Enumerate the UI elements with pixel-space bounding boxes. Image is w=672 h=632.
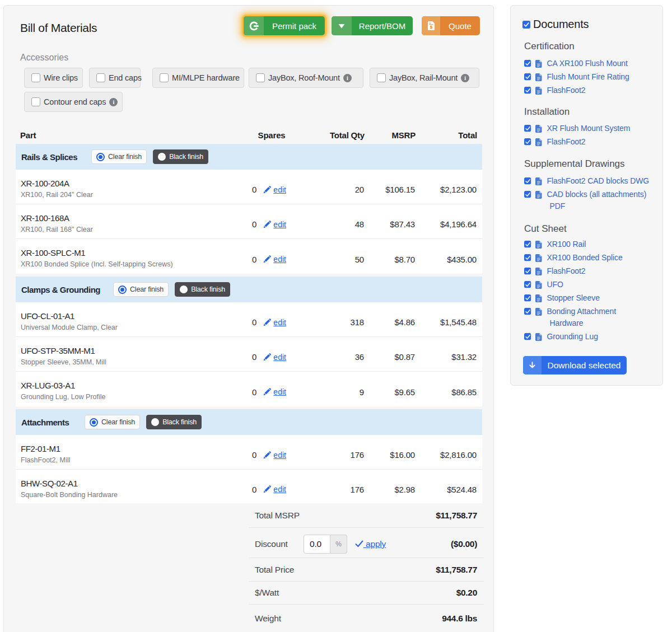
- svg-text:$: $: [430, 25, 432, 30]
